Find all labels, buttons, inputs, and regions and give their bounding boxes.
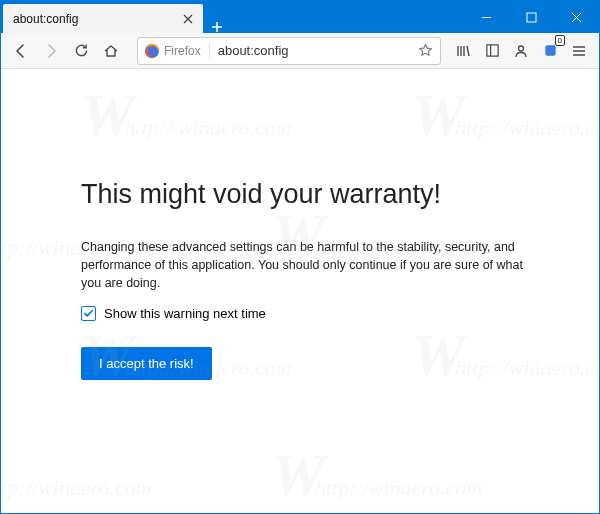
page-body-text: Changing these advanced settings can be … <box>81 238 539 292</box>
url-text: about:config <box>216 43 408 58</box>
account-icon[interactable] <box>507 37 535 65</box>
tab-about-config[interactable]: about:config <box>3 4 203 33</box>
page-heading: This might void your warranty! <box>81 179 539 210</box>
window-controls <box>464 1 599 33</box>
notification-badge: 0 <box>555 35 565 46</box>
menu-button[interactable] <box>565 37 593 65</box>
svg-point-3 <box>519 46 524 51</box>
new-tab-button[interactable] <box>203 21 231 33</box>
accept-risk-button[interactable]: I accept the risk! <box>81 347 212 380</box>
minimize-button[interactable] <box>464 1 509 33</box>
reload-button[interactable] <box>67 37 95 65</box>
nav-toolbar: Firefox about:config 0 <box>1 33 599 69</box>
warranty-warning-page: This might void your warranty! Changing … <box>1 69 599 380</box>
close-tab-icon[interactable] <box>181 12 195 26</box>
checkbox-icon[interactable] <box>81 306 96 321</box>
titlebar: about:config <box>1 1 599 33</box>
svg-rect-4 <box>545 45 555 55</box>
forward-button[interactable] <box>37 37 65 65</box>
tab-title: about:config <box>13 12 175 26</box>
tab-strip: about:config <box>1 1 464 33</box>
close-window-button[interactable] <box>554 1 599 33</box>
toolbar-right: 0 <box>449 37 593 65</box>
back-button[interactable] <box>7 37 35 65</box>
url-separator <box>209 43 210 59</box>
site-identity[interactable]: Firefox <box>142 43 203 59</box>
show-warning-checkbox-row[interactable]: Show this warning next time <box>81 306 539 321</box>
library-icon[interactable] <box>449 37 477 65</box>
firefox-icon <box>144 43 160 59</box>
checkbox-label: Show this warning next time <box>104 306 266 321</box>
sidebars-icon[interactable] <box>478 37 506 65</box>
notification-icon[interactable]: 0 <box>536 37 564 65</box>
svg-rect-2 <box>486 45 497 56</box>
url-bar[interactable]: Firefox about:config <box>137 37 441 65</box>
maximize-button[interactable] <box>509 1 554 33</box>
bookmark-star-icon[interactable] <box>414 43 436 58</box>
identity-label: Firefox <box>164 44 201 58</box>
home-button[interactable] <box>97 37 125 65</box>
svg-rect-0 <box>527 13 536 22</box>
